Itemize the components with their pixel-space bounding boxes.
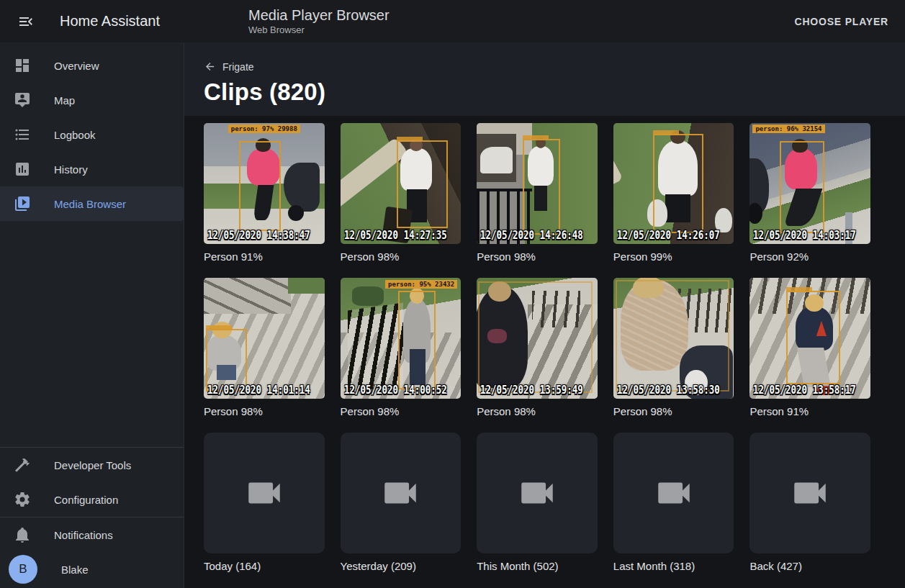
sidebar-spacer (0, 221, 184, 447)
clip-timestamp: 12/05/2020 14:27:35 (344, 229, 447, 242)
menu-open-icon (17, 13, 35, 30)
clip-card[interactable]: 12/05/2020 14:01:14 Person 98% (204, 278, 325, 417)
sidebar-item-media-browser[interactable]: Media Browser (0, 186, 184, 221)
clip-timestamp: 12/05/2020 14:01:14 (207, 384, 310, 397)
clip-card[interactable]: person: 95% 23432 12/05/2020 14:00:52 Pe… (341, 278, 461, 417)
detection-bbox (239, 141, 282, 230)
folder-card-today[interactable]: Today (164) (204, 433, 325, 572)
cog-icon (14, 491, 31, 508)
view-dashboard-icon (14, 57, 31, 74)
clip-card[interactable]: 12/05/2020 14:26:48 Person 98% (477, 123, 598, 263)
clip-card[interactable]: 12/05/2020 13:59:49 Person 98% (477, 278, 598, 417)
detection-label: person: 95% 23432 (385, 280, 457, 289)
clip-caption: Person 98% (613, 405, 734, 417)
detection-bbox (780, 141, 824, 233)
topbar-left: Home Assistant (0, 9, 184, 35)
clip-caption: Person 98% (341, 405, 461, 417)
sidebar-tools: Developer Tools Configuration (0, 448, 184, 517)
folder-label: Last Month (318) (613, 560, 734, 572)
choose-player-button[interactable]: CHOOSE PLAYER (789, 10, 894, 33)
video-icon (789, 472, 831, 514)
media-grid: person: 97% 29988 12/05/2020 14:38:47 Pe… (184, 116, 905, 572)
clip-caption: Person 91% (204, 250, 325, 263)
clip-timestamp: 12/05/2020 14:00:52 (344, 384, 447, 397)
sidebar-item-developer-tools[interactable]: Developer Tools (0, 448, 184, 482)
video-icon (653, 472, 695, 514)
bell-icon (14, 526, 31, 543)
sidebar-item-label: Logbook (54, 129, 96, 141)
format-list-bulleted-icon (14, 126, 31, 143)
clip-thumbnail: 12/05/2020 13:58:17 (749, 278, 870, 399)
clip-thumbnail: 12/05/2020 14:27:35 (341, 123, 461, 244)
clip-card[interactable]: 12/05/2020 13:58:17 Person 91% (749, 278, 870, 417)
detection-bbox (478, 281, 593, 393)
clip-card[interactable]: person: 97% 29988 12/05/2020 14:38:47 Pe… (204, 123, 325, 263)
folder-label: Back (427) (749, 560, 870, 572)
sidebar-item-label: Overview (54, 60, 99, 72)
sidebar-item-map[interactable]: Map (0, 83, 184, 117)
clip-thumbnail: person: 95% 23432 12/05/2020 14:00:52 (341, 278, 461, 399)
user-name: Blake (61, 564, 89, 576)
sidebar-item-configuration[interactable]: Configuration (0, 482, 184, 517)
sidebar-item-label: History (54, 163, 88, 176)
video-icon (516, 472, 558, 514)
detection-bbox (523, 139, 560, 235)
clip-card[interactable]: 12/05/2020 14:26:07 Person 99% (613, 123, 734, 263)
folder-label: Yesterday (209) (341, 560, 461, 572)
sidebar-item-label: Notifications (54, 529, 113, 541)
folder-card-back[interactable]: Back (427) (749, 433, 870, 572)
folder-thumbnail (477, 433, 598, 553)
video-icon (243, 472, 285, 514)
clip-timestamp: 12/05/2020 14:03:17 (753, 229, 856, 242)
clip-timestamp: 12/05/2020 13:59:49 (480, 384, 583, 397)
detection-bbox (616, 280, 729, 392)
sidebar-item-label: Map (54, 94, 75, 107)
clip-caption: Person 98% (477, 250, 598, 263)
breadcrumb-back[interactable]: Frigate (204, 60, 254, 73)
sidebar-item-user[interactable]: B Blake (0, 552, 184, 587)
sidebar-bottom: Notifications B Blake (0, 517, 184, 588)
sidebar: Overview Map Logbook History Media Brows… (0, 43, 184, 588)
clip-caption: Person 91% (749, 405, 870, 417)
detection-label: person: 96% 32154 (752, 125, 824, 133)
folder-thumbnail (204, 433, 325, 553)
app-title: Home Assistant (60, 13, 160, 30)
clip-card[interactable]: 12/05/2020 13:58:30 Person 98% (613, 278, 734, 417)
folder-card-last-month[interactable]: Last Month (318) (613, 433, 734, 572)
clip-caption: Person 98% (341, 250, 461, 263)
clip-caption: Person 92% (749, 250, 870, 263)
folder-card-yesterday[interactable]: Yesterday (209) (341, 433, 461, 572)
avatar: B (9, 555, 37, 584)
sidebar-item-overview[interactable]: Overview (0, 48, 184, 83)
play-box-multiple-icon (14, 195, 31, 212)
sidebar-item-label: Media Browser (54, 198, 126, 210)
sidebar-item-label: Developer Tools (54, 459, 131, 471)
video-icon (379, 472, 421, 514)
browser-header: Frigate Clips (820) (184, 43, 905, 116)
clip-card[interactable]: person: 96% 32154 12/05/2020 14:03:17 Pe… (749, 123, 870, 263)
folder-card-this-month[interactable]: This Month (502) (477, 433, 598, 572)
clip-thumbnail: 12/05/2020 14:01:14 (204, 278, 325, 399)
chart-box-icon (14, 160, 31, 178)
top-app-bar: Home Assistant Media Player Browser Web … (0, 0, 905, 43)
folder-thumbnail (613, 433, 734, 553)
folder-label: This Month (502) (477, 560, 598, 572)
detection-bbox (653, 134, 703, 233)
clip-thumbnail: person: 96% 32154 12/05/2020 14:03:17 (749, 123, 870, 244)
clip-thumbnail: 12/05/2020 13:58:30 (613, 278, 734, 399)
content-area: Frigate Clips (820) person: 97% 29988 12… (184, 43, 905, 588)
folder-thumbnail (749, 433, 870, 553)
clip-timestamp: 12/05/2020 13:58:17 (753, 384, 856, 397)
clip-card[interactable]: 12/05/2020 14:27:35 Person 98% (341, 123, 461, 263)
clip-caption: Person 99% (613, 250, 734, 263)
page-title: Clips (820) (204, 78, 905, 106)
sidebar-item-history[interactable]: History (0, 152, 184, 186)
sidebar-item-notifications[interactable]: Notifications (0, 517, 184, 552)
hammer-icon (14, 456, 31, 474)
sidebar-item-logbook[interactable]: Logbook (0, 117, 184, 152)
sidebar-toggle-button[interactable] (13, 9, 39, 35)
clip-thumbnail: 12/05/2020 14:26:07 (613, 123, 734, 244)
clip-timestamp: 12/05/2020 14:26:07 (617, 229, 720, 242)
sidebar-item-label: Configuration (54, 494, 118, 506)
clip-caption: Person 98% (477, 405, 598, 417)
